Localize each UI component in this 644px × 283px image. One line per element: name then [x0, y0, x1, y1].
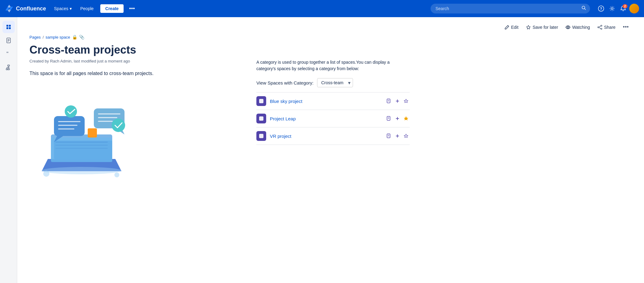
people-nav-button[interactable]: People — [77, 4, 97, 13]
share-icon — [597, 25, 602, 30]
space-actions-1 — [385, 115, 410, 122]
category-select-wrap: Cross-team Engineering Marketing — [317, 78, 353, 87]
space-page-icon-btn-2[interactable] — [385, 132, 393, 140]
space-page-icon-btn-1[interactable] — [385, 115, 393, 122]
notifications-button[interactable]: 2 — [618, 4, 628, 13]
svg-point-35 — [42, 167, 121, 174]
svg-rect-58 — [259, 116, 263, 121]
svg-rect-16 — [8, 69, 10, 70]
create-button[interactable]: Create — [100, 4, 124, 13]
edit-button[interactable]: Edit — [501, 23, 522, 32]
svg-point-41 — [65, 105, 77, 118]
svg-line-26 — [599, 26, 601, 27]
svg-line-1 — [585, 9, 586, 10]
notification-badge: 2 — [623, 4, 627, 8]
user-avatar[interactable] — [629, 4, 639, 13]
svg-point-22 — [567, 26, 569, 28]
sidebar-tree-icon[interactable] — [2, 61, 15, 74]
svg-point-25 — [598, 27, 599, 28]
view-spaces-label: View Spaces with Category: — [256, 80, 313, 85]
space-name-1[interactable]: Project Leap — [270, 116, 385, 121]
space-item: Blue sky project — [256, 92, 410, 110]
space-add-btn-1[interactable] — [394, 115, 401, 122]
sidebar-quotes-icon[interactable]: " — [2, 48, 15, 60]
space-actions-0 — [385, 97, 410, 105]
sidebar-pages-icon[interactable] — [2, 34, 15, 47]
chevron-down-icon: ▾ — [70, 6, 72, 11]
space-list: Blue sky project — [256, 92, 410, 145]
svg-line-27 — [599, 28, 601, 28]
space-icon-0 — [256, 96, 266, 106]
app-body: " Edit Save for later Watching Share — [0, 17, 644, 283]
eye-icon — [565, 25, 570, 30]
breadcrumb-space-link[interactable]: sample space — [46, 35, 70, 40]
help-button[interactable]: ? — [596, 4, 606, 13]
top-navigation: Confluence Spaces ▾ People Create ••• ? … — [0, 0, 644, 17]
space-actions-2 — [385, 132, 410, 140]
svg-rect-14 — [8, 65, 10, 66]
category-select[interactable]: Cross-team Engineering Marketing — [317, 78, 353, 87]
space-star-btn-2[interactable] — [402, 132, 410, 140]
more-actions-button[interactable]: ••• — [620, 22, 632, 32]
svg-rect-51 — [259, 99, 263, 103]
space-page-icon-btn-0[interactable] — [385, 97, 393, 105]
search-input[interactable] — [431, 4, 590, 13]
svg-text:?: ? — [600, 7, 602, 11]
space-add-btn-0[interactable] — [394, 97, 401, 105]
lock-icon: 🔒 — [72, 35, 77, 40]
svg-rect-42 — [88, 128, 97, 138]
edit-icon — [504, 25, 509, 30]
svg-rect-5 — [6, 25, 8, 27]
page-illustration — [29, 89, 134, 180]
svg-text:": " — [6, 51, 8, 57]
main-content: Edit Save for later Watching Share ••• — [17, 17, 644, 283]
search-icon — [581, 6, 586, 12]
space-name-2[interactable]: VR project — [270, 134, 385, 139]
svg-marker-21 — [527, 25, 530, 29]
space-name-0[interactable]: Blue sky project — [270, 99, 385, 104]
svg-point-50 — [114, 172, 119, 177]
page-toolbar: Edit Save for later Watching Share ••• — [17, 17, 644, 35]
star-icon — [526, 25, 531, 30]
svg-rect-6 — [6, 27, 8, 29]
page-content-area: Pages / sample space 🔒 📎 Cross-team proj… — [17, 35, 644, 193]
svg-point-0 — [582, 6, 585, 9]
confluence-logo-icon — [5, 4, 13, 13]
svg-rect-36 — [54, 116, 85, 136]
save-for-later-button[interactable]: Save for later — [523, 23, 561, 32]
space-icon-1 — [256, 114, 266, 123]
left-sidebar: " — [0, 17, 17, 283]
category-description: A category is used to group together a l… — [256, 59, 410, 72]
spaces-nav-button[interactable]: Spaces ▾ — [51, 4, 75, 13]
view-spaces-row: View Spaces with Category: Cross-team En… — [256, 78, 410, 87]
space-item: VR project — [256, 127, 410, 145]
more-nav-button[interactable]: ••• — [126, 4, 138, 14]
space-star-btn-1[interactable] — [402, 115, 410, 122]
svg-point-23 — [601, 25, 602, 26]
sidebar-home-icon[interactable] — [2, 21, 15, 33]
page-title: Cross-team projects — [29, 43, 238, 56]
watching-button[interactable]: Watching — [562, 23, 593, 32]
space-star-btn-0[interactable] — [402, 97, 410, 105]
breadcrumb: Pages / sample space 🔒 📎 — [29, 35, 238, 40]
share-button[interactable]: Share — [594, 23, 619, 32]
svg-rect-8 — [9, 27, 11, 29]
illustration-svg — [29, 89, 134, 180]
svg-marker-57 — [404, 99, 408, 103]
svg-point-24 — [601, 28, 602, 29]
space-icon-2 — [256, 131, 266, 141]
svg-point-4 — [611, 8, 613, 9]
logo[interactable]: Confluence — [5, 4, 46, 13]
nav-right-icons: ? 2 — [596, 4, 639, 13]
svg-rect-31 — [51, 138, 112, 162]
space-add-btn-2[interactable] — [394, 132, 401, 140]
svg-point-48 — [112, 119, 125, 132]
page-meta: Created by Rach Admin, last modified jus… — [29, 59, 238, 63]
page-right-column: A category is used to group together a l… — [256, 35, 410, 180]
breadcrumb-pages-link[interactable]: Pages — [29, 35, 41, 40]
svg-rect-65 — [259, 134, 263, 138]
svg-point-49 — [43, 171, 49, 177]
attachment-icon: 📎 — [79, 35, 84, 40]
settings-button[interactable] — [607, 4, 617, 13]
search-container — [431, 4, 590, 13]
